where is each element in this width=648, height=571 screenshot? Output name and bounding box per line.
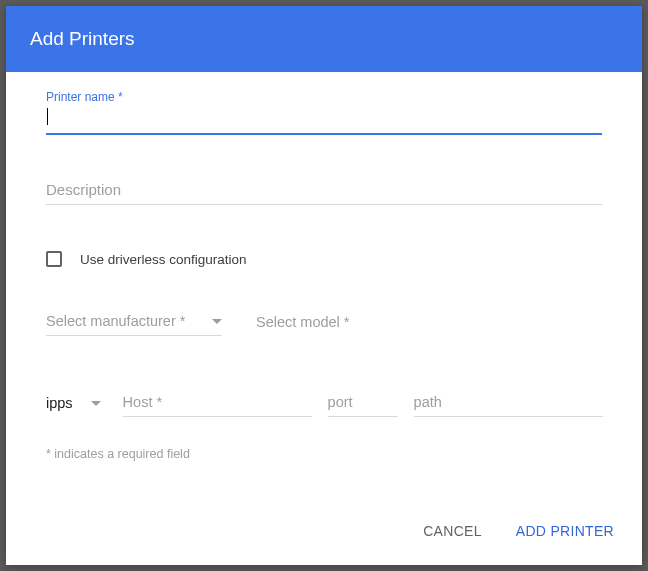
manufacturer-placeholder: Select manufacturer * <box>46 313 202 329</box>
driverless-label: Use driverless configuration <box>80 252 247 267</box>
dialog-content: Printer name * Use driverless configurat… <box>6 72 642 503</box>
dialog-actions: CANCEL ADD PRINTER <box>6 503 642 565</box>
required-note: * indicates a required field <box>46 447 602 461</box>
driverless-checkbox[interactable] <box>46 251 62 267</box>
protocol-select[interactable]: ipps <box>46 395 101 417</box>
text-cursor <box>47 108 48 125</box>
manufacturer-select[interactable]: Select manufacturer * <box>46 313 222 336</box>
printer-name-group: Printer name * <box>46 90 602 135</box>
model-placeholder: Select model * <box>256 314 350 330</box>
add-printer-button[interactable]: ADD PRINTER <box>512 517 618 545</box>
path-input[interactable] <box>414 394 603 417</box>
chevron-down-icon <box>91 401 101 406</box>
dialog-title: Add Printers <box>30 28 135 49</box>
protocol-value: ipps <box>46 395 73 411</box>
description-group <box>46 173 602 205</box>
cancel-button[interactable]: CANCEL <box>419 517 486 545</box>
description-input[interactable] <box>46 173 602 205</box>
printer-name-label: Printer name * <box>46 90 602 104</box>
model-select[interactable]: Select model * <box>256 313 350 336</box>
host-input[interactable] <box>123 394 312 417</box>
model-select-row: Select manufacturer * Select model * <box>46 313 602 336</box>
port-input[interactable] <box>328 394 398 417</box>
protocol-row: ipps <box>46 394 602 417</box>
driverless-row: Use driverless configuration <box>46 251 602 267</box>
printer-name-input[interactable] <box>46 106 602 135</box>
dialog-header: Add Printers <box>6 6 642 72</box>
add-printers-dialog: Add Printers Printer name * Use driverle… <box>6 6 642 565</box>
chevron-down-icon <box>212 319 222 324</box>
